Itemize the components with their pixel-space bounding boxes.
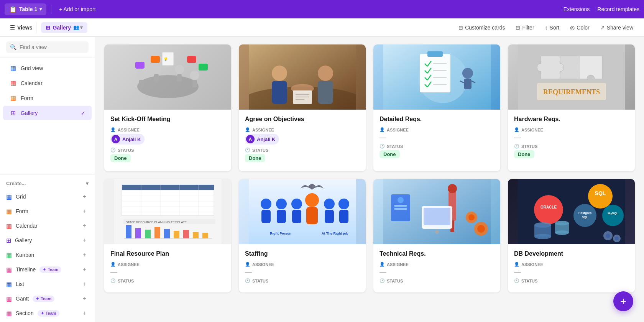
- svg-text:Postgres: Postgres: [578, 211, 591, 215]
- team-tag-label: Team: [48, 267, 58, 272]
- svg-rect-18: [272, 81, 287, 104]
- agree-assignee-name: Anjali K: [257, 136, 275, 142]
- status-icon-6: 🕐: [245, 278, 250, 283]
- svg-rect-77: [277, 210, 286, 223]
- card-technical[interactable]: Technical Reqs. 👤 ASSIGNEE — 🕐 STATUS: [373, 179, 500, 292]
- svg-point-84: [338, 199, 349, 209]
- svg-point-0: [137, 75, 199, 98]
- share-icon: ↗: [600, 25, 605, 31]
- status-icon-2: 🕐: [245, 148, 250, 153]
- create-section-label: Section: [16, 310, 34, 316]
- card-detailed-assignee-field: 👤 ASSIGNEE —: [380, 127, 494, 141]
- fab-add-button[interactable]: +: [613, 291, 633, 311]
- filter-button[interactable]: ⊟ Filter: [511, 22, 539, 33]
- sidebar-nav: ▦ Grid view ▦ Calendar ▦ Form ⊞ Gallery …: [0, 58, 95, 172]
- card-db-image: ORACLE SQL Postgres SQL MySQL: [508, 179, 635, 244]
- create-gantt[interactable]: ▦ Gantt ✦ Team +: [0, 291, 95, 306]
- card-hardware-assignee-field: 👤 ASSIGNEE —: [514, 127, 629, 141]
- table-icon: 📋: [9, 6, 17, 13]
- create-kanban-label: Kanban: [16, 252, 34, 258]
- tab-gallery[interactable]: ⊞ Gallery 👥 ▾: [41, 22, 87, 33]
- top-bar-right: Extensions Record templates: [564, 6, 639, 12]
- create-calendar[interactable]: ▦ Calendar +: [0, 219, 95, 233]
- create-grid-icon: ▦: [6, 193, 12, 200]
- card-detailed-body: Detailed Reqs. 👤 ASSIGNEE — 🕐 STATUS: [373, 110, 500, 168]
- sidebar-item-gallery[interactable]: ⊞ Gallery ✓: [3, 106, 92, 120]
- add-import-button[interactable]: + Add or import: [56, 4, 99, 15]
- create-gantt-icon: ▦: [6, 295, 12, 302]
- sidebar: 🔍 ▦ Grid view ▦ Calendar ▦ Form ⊞ Galler…: [0, 37, 95, 322]
- create-timeline[interactable]: ▦ Timeline ✦ Team +: [0, 262, 95, 277]
- assignee-label-7: ASSIGNEE: [387, 262, 409, 267]
- table-tab[interactable]: 📋 Table 1 ▾: [5, 3, 46, 15]
- detailed-no-assignee: —: [380, 134, 494, 141]
- create-gallery-plus-icon[interactable]: +: [80, 236, 89, 245]
- create-kanban[interactable]: ▦ Kanban +: [0, 248, 95, 262]
- share-view-button[interactable]: ↗ Share view: [596, 22, 638, 33]
- views-bar-right: ⊟ Customize cards ⊟ Filter ↕ Sort ◎ Colo…: [454, 22, 638, 33]
- table-chevron-icon[interactable]: ▾: [39, 7, 42, 12]
- card-hardware-status-field: 🕐 STATUS Done: [514, 144, 629, 158]
- card-detailed[interactable]: Detailed Reqs. 👤 ASSIGNEE — 🕐 STATUS: [373, 44, 500, 171]
- assignee-label-1: ASSIGNEE: [118, 128, 140, 132]
- create-timeline-plus-icon[interactable]: +: [80, 265, 89, 274]
- create-kanban-plus-icon[interactable]: +: [80, 251, 89, 259]
- add-import-label: + Add or import: [59, 6, 95, 12]
- card-staffing[interactable]: Right Person At The Right job Staffing 👤…: [239, 179, 366, 292]
- svg-point-114: [602, 205, 624, 226]
- customize-icon: ⊟: [458, 25, 463, 31]
- customize-cards-button[interactable]: ⊟ Customize cards: [454, 22, 509, 33]
- create-grid[interactable]: ▦ Grid +: [0, 189, 95, 204]
- create-calendar-label: Calendar: [16, 223, 38, 229]
- card-kickoff[interactable]: 💡 Set Kick-Off Meeting 👤 ASSIGNEE A Anja: [104, 44, 231, 171]
- record-templates-link[interactable]: Record templates: [597, 6, 639, 12]
- assignee-label-2: ASSIGNEE: [252, 128, 274, 132]
- svg-point-17: [272, 66, 287, 81]
- form-label: Form: [21, 95, 33, 101]
- create-grid-label: Grid: [16, 194, 26, 200]
- card-hardware[interactable]: REQUIREMENTS Hardware Reqs. 👤 ASSIGNEE —: [508, 44, 635, 171]
- views-text: Views: [17, 25, 32, 31]
- status-label-2: STATUS: [252, 148, 268, 153]
- create-list-plus-icon[interactable]: +: [80, 280, 89, 288]
- color-label: Color: [577, 25, 589, 31]
- svg-point-90: [398, 197, 404, 203]
- create-section-plus-icon[interactable]: +: [80, 309, 89, 317]
- svg-point-100: [468, 214, 475, 220]
- card-detailed-image: [373, 44, 500, 110]
- create-chevron-icon[interactable]: ▾: [86, 181, 89, 186]
- color-icon: ◎: [570, 25, 575, 31]
- sidebar-item-calendar[interactable]: ▦ Calendar: [3, 76, 92, 90]
- search-input-wrap[interactable]: 🔍: [6, 41, 89, 53]
- create-form[interactable]: ▦ Form +: [0, 204, 95, 219]
- color-button[interactable]: ◎ Color: [565, 22, 594, 33]
- create-gallery[interactable]: ⊞ Gallery +: [0, 233, 95, 248]
- card-resource[interactable]: STAFF RESOURCE PLANNING TEMPLATE: [104, 179, 231, 292]
- create-section[interactable]: ▦ Section ✦ Team +: [0, 306, 95, 320]
- svg-point-123: [606, 233, 610, 238]
- svg-text:REQUIREMENTS: REQUIREMENTS: [543, 88, 600, 96]
- create-form-plus-icon[interactable]: +: [80, 207, 89, 215]
- create-calendar-plus-icon[interactable]: +: [80, 222, 89, 230]
- card-kickoff-assignee-field: 👤 ASSIGNEE A Anjali K: [110, 127, 225, 145]
- status-icon-3: 🕐: [380, 144, 385, 149]
- create-list[interactable]: ▦ List +: [0, 277, 95, 291]
- extensions-link[interactable]: Extensions: [564, 6, 590, 12]
- svg-rect-81: [306, 207, 318, 224]
- sidebar-item-grid-view[interactable]: ▦ Grid view: [3, 61, 92, 75]
- card-technical-title: Technical Reqs.: [380, 250, 494, 257]
- card-agree[interactable]: Agree on Objectives 👤 ASSIGNEE A Anjali …: [239, 44, 366, 171]
- gallery-chevron-icon[interactable]: ▾: [80, 25, 83, 30]
- svg-rect-63: [126, 225, 131, 238]
- svg-rect-65: [145, 230, 151, 238]
- card-db[interactable]: ORACLE SQL Postgres SQL MySQL: [508, 179, 635, 292]
- create-gantt-plus-icon[interactable]: +: [80, 294, 89, 303]
- create-grid-plus-icon[interactable]: +: [80, 192, 89, 201]
- search-input[interactable]: [20, 44, 85, 50]
- create-section-header: Create... ▾: [0, 176, 95, 188]
- sort-button[interactable]: ↕ Sort: [540, 22, 564, 33]
- status-label-4: STATUS: [521, 144, 537, 149]
- svg-point-78: [291, 199, 302, 209]
- card-resource-title: Final Resource Plan: [110, 250, 225, 257]
- sidebar-item-form[interactable]: ▦ Form: [3, 91, 92, 105]
